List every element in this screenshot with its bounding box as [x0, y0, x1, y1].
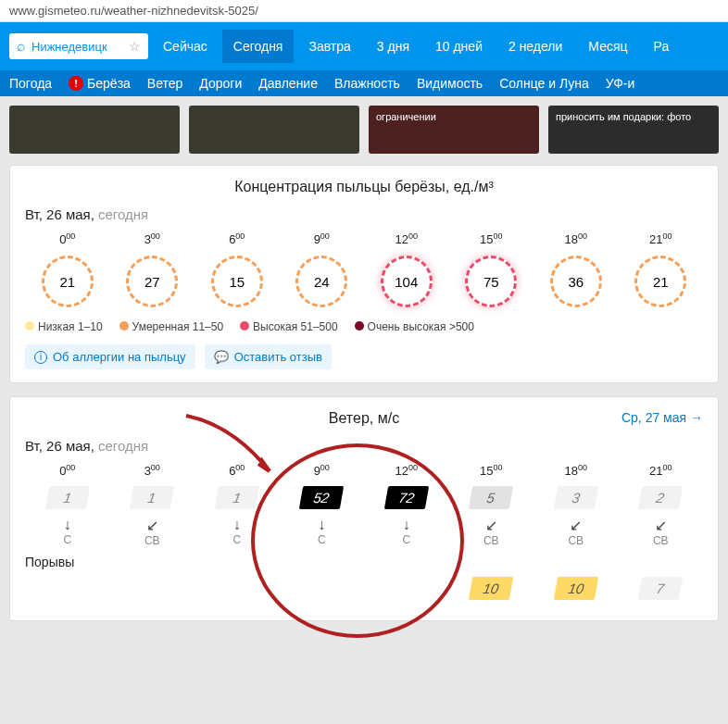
arrow-icon: ↙ [449, 517, 534, 534]
sub-birch[interactable]: ! Берёза [69, 76, 131, 91]
gust-cell [25, 575, 110, 602]
nav-now[interactable]: Сейчас [152, 30, 219, 63]
wind-date-main: Вт, 26 мая, [25, 438, 94, 454]
gust-badge: 10 [554, 577, 598, 600]
promo-4[interactable]: приносить им подарки: фото [548, 106, 719, 154]
time-cell: 1500 [449, 231, 534, 246]
pollen-cell: 21 [25, 256, 110, 307]
wind-title: Ветер, м/с [25, 410, 703, 427]
pollen-circle: 24 [295, 256, 347, 307]
sub-humidity[interactable]: Влажность [334, 76, 400, 91]
gust-cell [110, 575, 195, 602]
promo-1[interactable] [9, 106, 180, 154]
wind-date: Вт, 26 мая, сегодня [25, 438, 703, 454]
wind-dir-cell: ↓С [25, 517, 110, 547]
sub-weather[interactable]: Погода [9, 76, 52, 91]
nav-3days[interactable]: 3 дня [366, 30, 420, 63]
next-day-link[interactable]: Ср, 27 мая → [621, 410, 703, 425]
info-icon: i [34, 351, 47, 364]
dot-high-icon [240, 321, 249, 331]
time-cell: 900 [280, 231, 365, 246]
wind-badge: 72 [384, 486, 429, 509]
pollen-value-row: 21271524104753621 [25, 256, 703, 307]
search-input[interactable] [31, 40, 124, 54]
time-cell: 600 [195, 463, 280, 478]
url-bar[interactable]: www.gismeteo.ru/weather-nizhnedevitsk-50… [0, 0, 728, 22]
time-cell: 300 [110, 231, 195, 246]
gust-cell: 10 [533, 575, 619, 602]
arrow-icon: ↓ [280, 517, 365, 533]
pollen-date-main: Вт, 26 мая, [25, 206, 94, 222]
pollen-circle: 21 [42, 256, 94, 307]
pill-row: iОб аллергии на пыльцу 💬Оставить отзыв [25, 344, 703, 369]
pollen-circle: 27 [126, 256, 178, 307]
time-cell: 1800 [533, 463, 619, 478]
pollen-circle: 21 [634, 256, 686, 307]
sub-sun[interactable]: Солнце и Луна [499, 76, 589, 91]
pollen-cell: 36 [533, 256, 619, 307]
legend-high: Высокая 51–500 [240, 320, 338, 333]
wind-speed-cell: 5 [449, 484, 534, 511]
allergy-info-button[interactable]: iОб аллергии на пыльцу [25, 344, 195, 369]
arrow-icon: ↙ [619, 517, 704, 534]
arrow-icon: ↓ [364, 517, 449, 533]
sub-uvi[interactable]: УФ-и [606, 76, 635, 91]
wind-badge: 5 [469, 486, 513, 509]
time-cell: 2100 [619, 231, 704, 246]
search-icon: ⌕ [17, 38, 26, 55]
pollen-circle: 104 [381, 256, 433, 307]
nav-tomorrow[interactable]: Завтра [297, 30, 361, 63]
sub-roads[interactable]: Дороги [199, 76, 242, 91]
dot-vhigh-icon [355, 321, 364, 331]
pollen-date-gray: сегодня [98, 206, 148, 222]
wind-dir-row: ↓С↙СВ↓С↓С↓С↙СВ↙СВ↙СВ [25, 517, 703, 547]
nav-month[interactable]: Месяц [577, 30, 638, 63]
wind-dir-cell: ↙СВ [533, 517, 619, 547]
wind-speed-row: 1115272532 [25, 484, 703, 511]
arrow-icon: ↓ [195, 517, 280, 533]
time-cell: 000 [25, 463, 110, 478]
feedback-button[interactable]: 💬Оставить отзыв [205, 344, 332, 369]
wind-badge: 1 [45, 486, 90, 509]
wind-speed-cell: 1 [195, 484, 280, 511]
time-cell: 2100 [619, 463, 704, 478]
legend-vhigh: Очень высокая >500 [355, 320, 474, 333]
pollen-legend: Низкая 1–10 Умеренная 11–50 Высокая 51–5… [25, 320, 703, 333]
star-icon[interactable]: ☆ [129, 39, 141, 54]
wind-speed-cell: 72 [364, 484, 449, 511]
promo-3[interactable]: ограничении [369, 106, 539, 154]
gust-badge: 10 [469, 577, 513, 600]
sub-wind[interactable]: Ветер [147, 76, 183, 91]
alert-icon: ! [69, 76, 83, 91]
promo-2[interactable] [189, 106, 359, 154]
wind-speed-cell: 52 [280, 484, 365, 511]
nav-today[interactable]: Сегодня [222, 30, 295, 63]
wind-speed-cell: 3 [533, 484, 619, 511]
sub-visibility[interactable]: Видимость [417, 76, 483, 91]
wind-badge: 52 [299, 486, 344, 509]
wind-badge: 3 [554, 486, 598, 509]
pollen-circle: 75 [465, 256, 517, 307]
wind-time-row: 0003006009001200150018002100 [25, 463, 703, 478]
pollen-cell: 75 [449, 256, 534, 307]
time-cell: 300 [110, 463, 195, 478]
legend-low: Низкая 1–10 [25, 320, 103, 333]
pollen-circle: 36 [550, 256, 602, 307]
sub-pressure[interactable]: Давление [258, 76, 318, 91]
time-cell: 000 [25, 231, 110, 246]
wind-card: Ср, 27 мая → Ветер, м/с Вт, 26 мая, сего… [9, 396, 719, 620]
wind-dir-cell: ↙СВ [110, 517, 195, 547]
pollen-time-row: 0003006009001200150018002100 [25, 231, 703, 246]
time-cell: 600 [195, 231, 280, 246]
nav-ra[interactable]: Ра [643, 30, 681, 63]
nav-10days[interactable]: 10 дней [424, 30, 494, 63]
sub-nav: Погода ! Берёза Ветер Дороги Давление Вл… [0, 70, 728, 96]
time-cell: 1500 [449, 463, 534, 478]
sub-birch-label: Берёза [87, 76, 131, 91]
gust-cell [364, 575, 449, 602]
wind-badge: 1 [130, 486, 174, 509]
search-box[interactable]: ⌕ ☆ [9, 33, 148, 59]
wind-speed-cell: 2 [619, 484, 704, 511]
nav-2weeks[interactable]: 2 недели [497, 30, 573, 63]
wind-gust-row: 10107 [25, 575, 703, 602]
